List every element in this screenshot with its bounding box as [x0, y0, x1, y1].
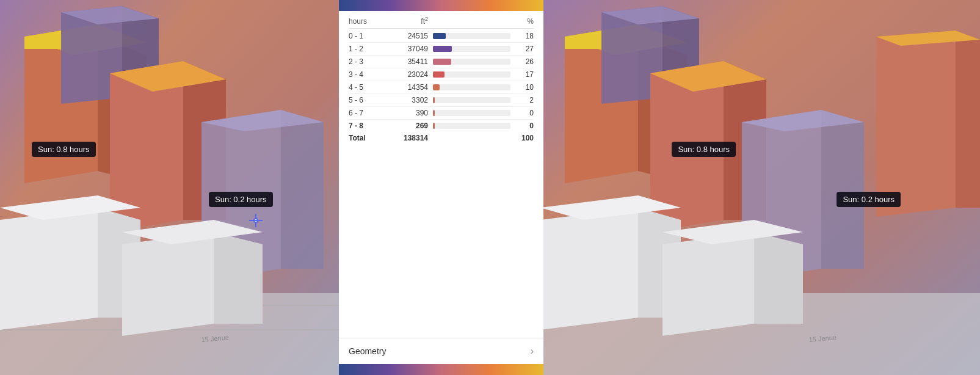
cell-ft2: 3302: [385, 96, 428, 104]
table-row: 3 - 4 23024 17: [349, 68, 534, 81]
table-row: 1 - 2 37049 27: [349, 43, 534, 56]
gradient-bar-top: [339, 0, 543, 11]
cell-hours: 0 - 1: [349, 32, 385, 40]
svg-marker-37: [821, 110, 864, 269]
cell-pct: 17: [515, 70, 534, 79]
right-3d-scene: 15 Jenue: [540, 0, 980, 375]
table-row: 4 - 5 14354 10: [349, 81, 534, 94]
table-row: 5 - 6 3302 2: [349, 94, 534, 107]
total-ft2: 138314: [385, 134, 428, 142]
cell-bar: [428, 71, 515, 78]
cell-ft2: 269: [385, 122, 428, 130]
cell-ft2: 35411: [385, 57, 428, 66]
cell-pct: 0: [515, 109, 534, 117]
cell-ft2: 390: [385, 109, 428, 117]
geometry-section[interactable]: Geometry ›: [339, 338, 543, 364]
cell-hours: 7 - 8: [349, 122, 385, 130]
total-label: Total: [349, 134, 385, 142]
data-table: hours ft2 % 0 - 1 24515 18 1 - 2 37049 2…: [339, 11, 543, 338]
svg-marker-46: [754, 232, 803, 324]
table-row: 7 - 8 269 0: [349, 120, 534, 132]
total-pct: 100: [515, 134, 534, 142]
svg-marker-45: [662, 232, 754, 336]
cell-pct: 10: [515, 83, 534, 92]
table-row: 2 - 3 35411 26: [349, 56, 534, 68]
cell-pct: 26: [515, 57, 534, 66]
stats-panel: hours ft2 % 0 - 1 24515 18 1 - 2 37049 2…: [339, 0, 543, 375]
cell-ft2: 24515: [385, 32, 428, 40]
chevron-right-icon: ›: [531, 346, 534, 357]
cell-hours: 1 - 2: [349, 45, 385, 53]
table-row: 0 - 1 24515 18: [349, 30, 534, 43]
cell-bar: [428, 97, 515, 103]
table-rows: 0 - 1 24515 18 1 - 2 37049 27 2 - 3 3541…: [349, 30, 534, 132]
svg-marker-21: [214, 232, 263, 324]
left-3d-scene: 15 Jenue: [0, 0, 339, 375]
table-header: hours ft2 %: [349, 16, 534, 29]
svg-marker-20: [122, 232, 214, 336]
cell-bar: [428, 84, 515, 90]
gradient-bar-bottom: [339, 364, 543, 375]
header-pct: %: [515, 17, 534, 26]
cell-pct: 0: [515, 122, 534, 130]
header-ft2: ft2: [385, 16, 428, 26]
cell-ft2: 14354: [385, 83, 428, 92]
cell-hours: 2 - 3: [349, 57, 385, 66]
svg-marker-15: [281, 110, 324, 269]
cell-bar: [428, 110, 515, 116]
cell-pct: 2: [515, 96, 534, 104]
svg-marker-39: [876, 31, 956, 217]
svg-marker-40: [956, 31, 980, 208]
header-hours: hours: [349, 17, 385, 26]
cell-pct: 27: [515, 45, 534, 53]
cell-hours: 5 - 6: [349, 96, 385, 104]
svg-marker-17: [0, 208, 98, 330]
cell-bar: [428, 59, 515, 65]
svg-marker-42: [540, 208, 638, 330]
cell-bar: [428, 123, 515, 129]
total-row: Total 138314 100: [349, 132, 534, 144]
cell-hours: 3 - 4: [349, 70, 385, 79]
cell-ft2: 37049: [385, 45, 428, 53]
cell-bar: [428, 33, 515, 39]
cell-pct: 18: [515, 32, 534, 40]
cell-bar: [428, 46, 515, 52]
cell-ft2: 23024: [385, 70, 428, 79]
geometry-label: Geometry: [349, 346, 386, 356]
cell-hours: 4 - 5: [349, 83, 385, 92]
cell-hours: 6 - 7: [349, 109, 385, 117]
table-row: 6 - 7 390 0: [349, 107, 534, 120]
